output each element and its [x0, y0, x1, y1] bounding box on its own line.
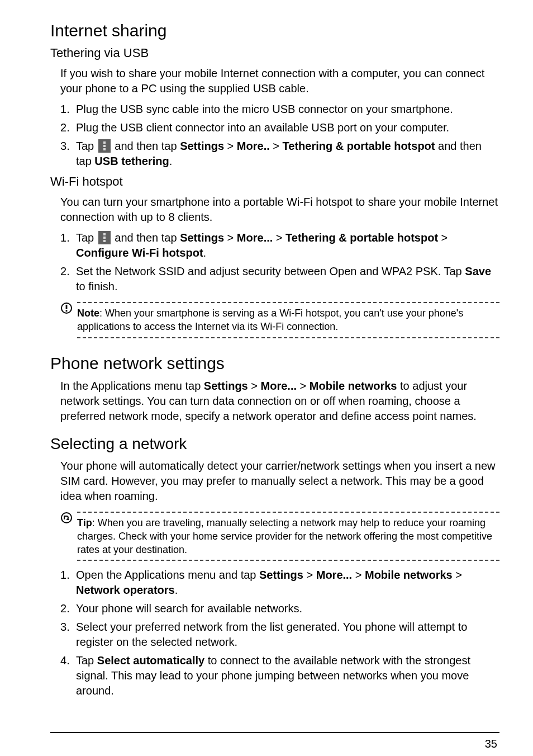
text: >: [270, 140, 283, 152]
step-item: Plug the USB sync cable into the micro U…: [60, 102, 499, 117]
bold-text: Network operators: [76, 584, 175, 596]
text: >: [224, 231, 237, 244]
bold-text: More...: [261, 380, 297, 392]
step-item: Set the Network SSID and adjust security…: [60, 264, 499, 294]
svg-point-3: [61, 513, 72, 523]
text: >: [352, 569, 365, 581]
text: .: [203, 247, 207, 259]
text: >: [297, 380, 310, 392]
heading-selecting-network: Selecting a network: [50, 435, 499, 453]
note-label: Note: [77, 308, 99, 319]
page-content: Internet sharing Tethering via USB If yo…: [0, 0, 533, 756]
text: and then tap: [112, 231, 180, 244]
text: Tap: [76, 231, 97, 244]
heading-wifi-hotspot: Wi-Fi hotspot: [50, 174, 499, 189]
note-callout: Note: When your smartphone is serving as…: [60, 300, 499, 341]
warning-icon: [60, 302, 77, 314]
step-item: Tap and then tap Settings > More.. > Tet…: [60, 139, 499, 169]
text: Set the Network SSID and adjust security…: [76, 265, 465, 277]
svg-rect-1: [66, 305, 68, 309]
step-item: Tap and then tap Settings > More... > Te…: [60, 230, 499, 261]
text: and then tap: [112, 140, 180, 152]
tip-callout: Tip: When you are traveling, manually se…: [60, 509, 499, 564]
text: >: [303, 569, 316, 581]
bold-text: Mobile networks: [365, 569, 453, 581]
text: >: [273, 231, 285, 244]
tethering-intro: If you wish to share your mobile Interne…: [60, 66, 499, 96]
bold-text: More...: [316, 569, 352, 581]
bold-text: Settings: [204, 380, 248, 392]
bold-text: Settings: [180, 140, 224, 152]
heading-tethering-usb: Tethering via USB: [50, 46, 499, 60]
menu-icon: [98, 139, 111, 153]
step-item: Your phone will search for available net…: [60, 601, 499, 616]
wifi-intro: You can turn your smartphone into a port…: [60, 195, 499, 225]
text: Open the Applications menu and tap: [76, 569, 259, 581]
bold-text: USB tethering: [94, 155, 169, 167]
bold-text: Save: [465, 265, 491, 277]
text: >: [438, 231, 448, 244]
selecting-intro: Your phone will automatically detect you…: [60, 459, 499, 504]
tip-label: Tip: [77, 517, 92, 528]
bold-text: Tethering & portable hotspot: [283, 140, 435, 152]
text: to finish.: [76, 280, 117, 292]
bold-text: More...: [237, 231, 273, 244]
text: >: [453, 569, 462, 581]
svg-rect-2: [66, 310, 68, 312]
bold-text: Tethering & portable hotspot: [285, 231, 438, 244]
bold-text: Mobile networks: [310, 380, 397, 392]
selecting-steps: Open the Applications menu and tap Setti…: [60, 568, 499, 698]
bold-text: Configure Wi-Fi hotspot: [76, 247, 203, 259]
step-item: Open the Applications menu and tap Setti…: [60, 568, 499, 598]
text: >: [248, 380, 261, 392]
wifi-steps: Tap and then tap Settings > More... > Te…: [60, 230, 499, 294]
step-item: Select your preferred network from the l…: [60, 620, 499, 650]
bold-text: Settings: [180, 231, 224, 244]
phone-network-intro: In the Applications menu tap Settings > …: [60, 379, 499, 424]
text: Tap: [76, 654, 97, 667]
footer-rule: [50, 732, 499, 733]
heading-internet-sharing: Internet sharing: [50, 21, 499, 40]
note-text: : When your smartphone is serving as a W…: [77, 308, 463, 332]
heading-phone-network: Phone network settings: [50, 354, 499, 373]
text: In the Applications menu tap: [60, 380, 204, 392]
tethering-steps: Plug the USB sync cable into the micro U…: [60, 102, 499, 169]
tip-icon: [60, 512, 77, 524]
text: .: [175, 584, 178, 596]
text: >: [224, 140, 237, 152]
text: .: [169, 155, 173, 167]
page-number: 35: [50, 738, 499, 750]
bold-text: Select automatically: [97, 654, 204, 667]
menu-icon: [98, 231, 111, 244]
tip-text: : When you are traveling, manually selec…: [77, 517, 492, 556]
bold-text: Settings: [259, 569, 303, 581]
step-item: Plug the USB client connector into an av…: [60, 120, 499, 135]
bold-text: More..: [237, 140, 270, 152]
text: Tap: [76, 140, 97, 152]
step-item: Tap Select automatically to connect to t…: [60, 653, 499, 698]
